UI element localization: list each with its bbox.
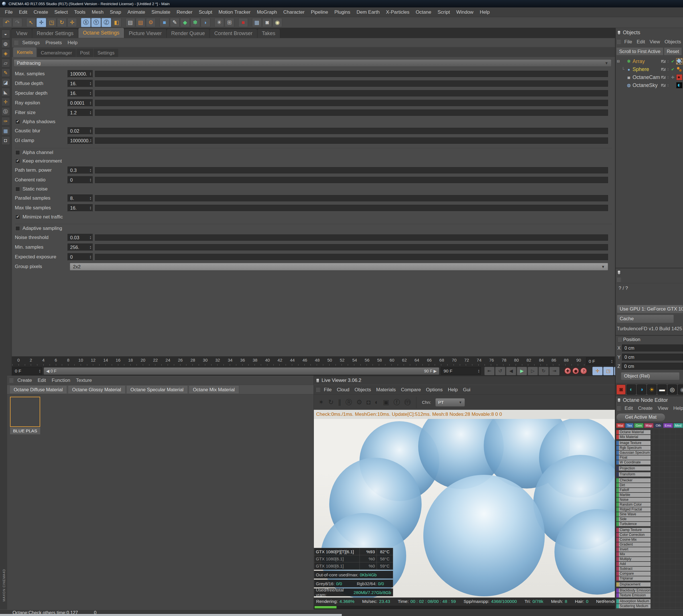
goto-end-button[interactable]: ⇥ bbox=[549, 367, 560, 375]
polygons-mode-icon[interactable]: ◣ bbox=[1, 88, 10, 96]
panel-grip[interactable] bbox=[617, 278, 621, 282]
menu-item[interactable]: Tools bbox=[71, 9, 89, 15]
object-name[interactable]: OctaneCamera bbox=[633, 74, 660, 81]
node-list-item[interactable]: Random Color bbox=[616, 503, 651, 507]
node-list-item[interactable]: Invert bbox=[616, 547, 651, 552]
node-list-item[interactable]: Compare bbox=[616, 572, 651, 576]
octane-target-light-tile[interactable]: ◎ bbox=[667, 384, 677, 395]
spinner-arrows-icon[interactable] bbox=[90, 111, 92, 115]
coord-system-icon[interactable]: ◧ bbox=[112, 18, 121, 27]
material-button[interactable]: ■ bbox=[238, 18, 248, 27]
frame-spinner[interactable]: 0 F bbox=[12, 367, 42, 375]
parameter-value-field[interactable]: 100000. bbox=[68, 70, 93, 78]
menu-item[interactable]: Texture bbox=[73, 378, 95, 383]
parameter-slider[interactable] bbox=[95, 195, 608, 201]
menu-item[interactable]: Create bbox=[635, 405, 655, 411]
goto-start-button[interactable]: ⇤ bbox=[484, 367, 495, 375]
menu-item[interactable]: Help bbox=[671, 405, 683, 411]
move-tool-icon[interactable]: ✛ bbox=[37, 18, 46, 27]
menu-item[interactable]: Presets bbox=[43, 40, 65, 46]
render-passes-icon[interactable]: ◐ bbox=[375, 398, 379, 406]
object-name[interactable]: Array bbox=[633, 59, 660, 64]
pathtracing-section-header[interactable]: Pathtracing ▼ bbox=[14, 59, 611, 67]
spinner-arrows-icon[interactable] bbox=[90, 178, 92, 182]
live-selection-icon[interactable]: ↖ bbox=[26, 18, 36, 27]
add-cube-button[interactable]: ■ bbox=[160, 18, 169, 27]
parameter-value-field[interactable]: 1000000. bbox=[68, 137, 93, 144]
floor-button[interactable]: ▦ bbox=[252, 18, 262, 27]
keyframe-selection-button[interactable]: ? bbox=[580, 367, 587, 374]
deformer-button[interactable]: ◗ bbox=[201, 18, 210, 27]
node-category-chip[interactable]: Gen bbox=[634, 423, 643, 428]
create-material-button[interactable]: Octane Mix Material bbox=[189, 385, 239, 394]
layout-tab[interactable]: Picture Viewer bbox=[124, 29, 167, 38]
pause-icon[interactable]: ∥ bbox=[338, 398, 342, 406]
parameter-value-field[interactable]: 16. bbox=[68, 90, 93, 97]
scale-tool-icon[interactable]: ◳ bbox=[47, 18, 56, 27]
node-list-item[interactable]: Add bbox=[616, 562, 651, 566]
menu-item[interactable]: Dem Earth bbox=[354, 9, 383, 15]
paint-icon[interactable]: ✑ bbox=[1, 117, 10, 126]
layout-tab[interactable]: Render Settings bbox=[32, 29, 78, 38]
texture-mode-icon[interactable]: ◈ bbox=[1, 49, 10, 58]
spinner-arrows-icon[interactable] bbox=[90, 168, 92, 172]
node-list-item[interactable]: Gaussian Spectrum bbox=[616, 450, 651, 455]
parameter-slider[interactable] bbox=[95, 90, 608, 96]
node-list-item[interactable]: Side bbox=[616, 517, 651, 521]
parameter-checkbox[interactable] bbox=[16, 119, 20, 124]
parameter-value-field[interactable]: 0.3 bbox=[68, 167, 93, 174]
node-editor-canvas[interactable]: Octane Material Mix Material Image Textu… bbox=[616, 428, 683, 610]
node-list-item[interactable]: Blackbody Emission bbox=[616, 588, 651, 593]
parameter-checkbox[interactable] bbox=[16, 215, 20, 219]
array-generator-button[interactable]: ✽ bbox=[190, 18, 200, 27]
node-list-item[interactable]: Cosine Mix bbox=[616, 537, 651, 542]
octane-sun-tile[interactable]: ☀ bbox=[647, 384, 657, 395]
menu-item[interactable]: View bbox=[647, 39, 662, 45]
menu-item[interactable]: Sculpt bbox=[196, 9, 215, 15]
layout-tab[interactable]: Takes bbox=[257, 29, 280, 38]
spinner-arrows-icon[interactable] bbox=[90, 129, 92, 133]
edges-mode-icon[interactable]: ◪ bbox=[1, 78, 10, 87]
menu-item[interactable]: Motion Tracker bbox=[215, 9, 253, 15]
menu-item[interactable]: Objects bbox=[662, 39, 683, 45]
node-list-item[interactable]: Marble bbox=[616, 493, 651, 497]
spinner-arrows-icon[interactable] bbox=[90, 245, 92, 249]
menu-item[interactable]: Edit bbox=[16, 9, 30, 15]
lock-y-button[interactable]: Ⓨ bbox=[91, 18, 101, 27]
parameter-slider[interactable] bbox=[95, 254, 608, 260]
rotate-tool-icon[interactable]: ↻ bbox=[57, 18, 67, 27]
layout-tab[interactable]: View bbox=[12, 29, 32, 38]
menu-item[interactable]: Create bbox=[15, 378, 35, 383]
settings-tab[interactable]: Settings bbox=[94, 49, 118, 57]
parameter-slider[interactable] bbox=[95, 177, 608, 183]
menu-item[interactable]: Help bbox=[477, 9, 493, 15]
object-tag-thumbnail[interactable] bbox=[676, 82, 682, 88]
node-category-chip[interactable]: Map bbox=[644, 423, 653, 428]
octane-arealight-tile[interactable]: ▬ bbox=[657, 384, 667, 395]
render-settings-button[interactable]: ⚙ bbox=[146, 18, 156, 27]
axis-value-field[interactable]: 0 cm bbox=[622, 363, 683, 370]
menu-item[interactable]: Gui bbox=[460, 387, 473, 393]
expander-icon[interactable]: ⊟ bbox=[617, 59, 621, 63]
lock-workplane-icon[interactable]: ◘ bbox=[1, 136, 10, 145]
create-material-button[interactable]: Octane Specular Material bbox=[126, 385, 188, 394]
spinner-arrows-icon[interactable] bbox=[39, 369, 42, 373]
material-picker-icon[interactable]: ⓜ bbox=[404, 398, 411, 407]
menu-item[interactable]: Function bbox=[49, 378, 73, 383]
octane-ies-light-tile[interactable]: ◉ bbox=[678, 384, 683, 395]
enable-axis-icon[interactable]: ✛ bbox=[1, 97, 10, 106]
node-list-item[interactable]: Triplanar bbox=[616, 576, 651, 581]
region-render-icon[interactable]: ▣ bbox=[383, 398, 389, 406]
menu-item[interactable]: Edit bbox=[622, 405, 635, 411]
menu-item[interactable]: File bbox=[2, 9, 16, 15]
parameter-checkbox[interactable] bbox=[16, 187, 20, 191]
menu-item[interactable]: File bbox=[622, 39, 634, 45]
parameter-value-field[interactable]: 0 bbox=[68, 253, 93, 261]
node-list-item[interactable]: Absorption Medium bbox=[616, 599, 651, 603]
settings-tab[interactable]: Post bbox=[76, 49, 93, 57]
node-list-item[interactable]: Sine Wave bbox=[616, 512, 651, 516]
object-name[interactable]: Sphere bbox=[633, 66, 660, 72]
spinner-arrows-icon[interactable] bbox=[611, 359, 614, 363]
node-list-item[interactable]: Displacement bbox=[616, 582, 651, 587]
undo-icon[interactable]: ↶ bbox=[2, 18, 12, 27]
